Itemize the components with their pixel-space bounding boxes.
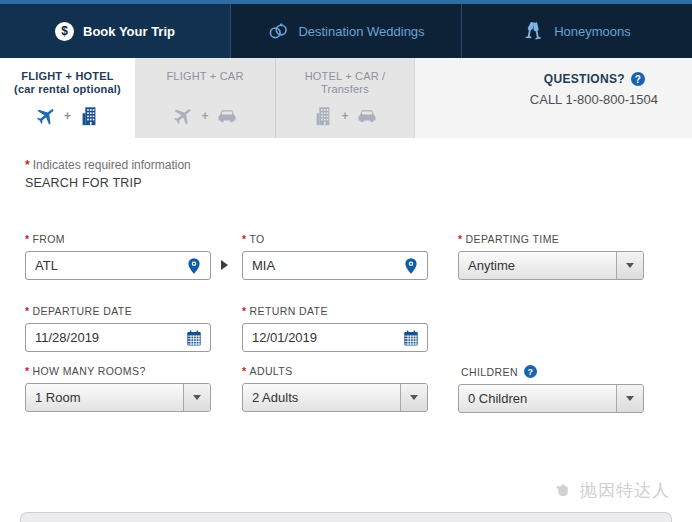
field-return-date: *RETURN DATE (242, 305, 428, 352)
dropdown-button[interactable] (183, 384, 210, 411)
nav-tab-honeymoons[interactable]: Honeymoons (461, 4, 692, 58)
adults-select[interactable]: 2 Adults (242, 383, 428, 412)
field-departing-time: *DEPARTING TIME Anytime (458, 233, 644, 280)
departing-time-select[interactable]: Anytime (458, 251, 644, 280)
call-phone-number: CALL 1-800-800-1504 (530, 92, 658, 107)
plane-icon (35, 105, 57, 127)
tab-title: FLIGHT + HOTEL (21, 70, 113, 83)
dropdown-button[interactable] (400, 384, 427, 411)
calendar-icon[interactable] (402, 329, 420, 347)
to-label: *TO (242, 233, 428, 245)
rooms-label: *HOW MANY ROOMS? (25, 365, 211, 377)
watermark: 抛因特达人 (551, 478, 670, 502)
select-value: Anytime (459, 252, 616, 279)
nav-tab-book-your-trip[interactable]: $ Book Your Trip (0, 4, 230, 58)
nav-tab-label: Book Your Trip (83, 24, 175, 39)
select-value: 2 Adults (243, 384, 400, 411)
field-adults: *ADULTS 2 Adults (242, 365, 428, 412)
questions-block: QUESTIONS? ? CALL 1-800-800-1504 (530, 58, 692, 138)
tab-title: HOTEL + CAR / (305, 70, 386, 83)
departure-date-input[interactable] (26, 324, 210, 351)
select-value: 0 Children (459, 385, 616, 412)
dollar-badge-icon: $ (55, 22, 74, 41)
bottom-panel-edge (20, 512, 672, 522)
hotel-icon (78, 105, 100, 127)
departure-date-label: *DEPARTURE DATE (25, 305, 211, 317)
dropdown-button[interactable] (616, 252, 643, 279)
tab-flight-plus-car[interactable]: FLIGHT + CAR + (135, 58, 275, 138)
car-icon (216, 105, 238, 127)
search-form: *Indicates required information SEARCH F… (0, 138, 692, 522)
field-to: *TO (242, 233, 428, 280)
field-departure-date: *DEPARTURE DATE (25, 305, 211, 352)
champagne-glasses-icon (523, 20, 545, 42)
tab-flight-plus-hotel[interactable]: FLIGHT + HOTEL (car rental optional) + (0, 58, 135, 138)
from-input[interactable] (26, 252, 210, 279)
children-label: CHILDREN ? (458, 365, 644, 378)
select-value: 1 Room (26, 384, 183, 411)
tab-subtitle: Transfers (321, 83, 369, 96)
nav-tab-destination-weddings[interactable]: Destination Weddings (230, 4, 461, 58)
to-input[interactable] (243, 252, 427, 279)
main-navigation: $ Book Your Trip Destination Weddings Ho… (0, 4, 692, 58)
help-question-icon[interactable]: ? (631, 72, 645, 86)
tab-subtitle: (car rental optional) (14, 83, 121, 96)
hotel-icon (312, 105, 334, 127)
tab-hotel-plus-car-transfers[interactable]: HOTEL + CAR / Transfers + (275, 58, 415, 138)
plus-separator: + (341, 109, 348, 123)
wedding-rings-icon (267, 20, 289, 42)
chevron-down-icon (410, 395, 418, 400)
children-help-question-icon[interactable]: ? (524, 365, 537, 378)
children-select[interactable]: 0 Children (458, 384, 644, 413)
tab-title: FLIGHT + CAR (166, 70, 243, 83)
location-pin-icon[interactable] (185, 257, 203, 275)
chevron-down-icon (626, 396, 634, 401)
watermark-text: 抛因特达人 (580, 479, 670, 502)
plus-separator: + (201, 109, 208, 123)
fist-hand-icon (551, 478, 575, 502)
plus-separator: + (64, 109, 71, 123)
field-from: *FROM (25, 233, 211, 280)
form-title: SEARCH FOR TRIP (25, 176, 142, 190)
location-pin-icon[interactable] (402, 257, 420, 275)
departing-time-label: *DEPARTING TIME (458, 233, 644, 245)
car-icon (356, 105, 378, 127)
calendar-icon[interactable] (185, 329, 203, 347)
required-note: *Indicates required information (25, 158, 191, 172)
return-date-input[interactable] (243, 324, 427, 351)
questions-label: QUESTIONS? (544, 72, 625, 86)
nav-tab-label: Destination Weddings (298, 24, 424, 39)
chevron-down-icon (626, 263, 634, 268)
adults-label: *ADULTS (242, 365, 428, 377)
rooms-select[interactable]: 1 Room (25, 383, 211, 412)
plane-icon (172, 105, 194, 127)
field-rooms: *HOW MANY ROOMS? 1 Room (25, 365, 211, 412)
field-children: CHILDREN ? 0 Children (458, 365, 644, 413)
chevron-down-icon (193, 395, 201, 400)
product-tabs: FLIGHT + HOTEL (car rental optional) + (0, 58, 692, 138)
return-date-label: *RETURN DATE (242, 305, 428, 317)
from-to-arrow-icon (221, 260, 228, 270)
from-label: *FROM (25, 233, 211, 245)
nav-tab-label: Honeymoons (554, 24, 631, 39)
dropdown-button[interactable] (616, 385, 643, 412)
